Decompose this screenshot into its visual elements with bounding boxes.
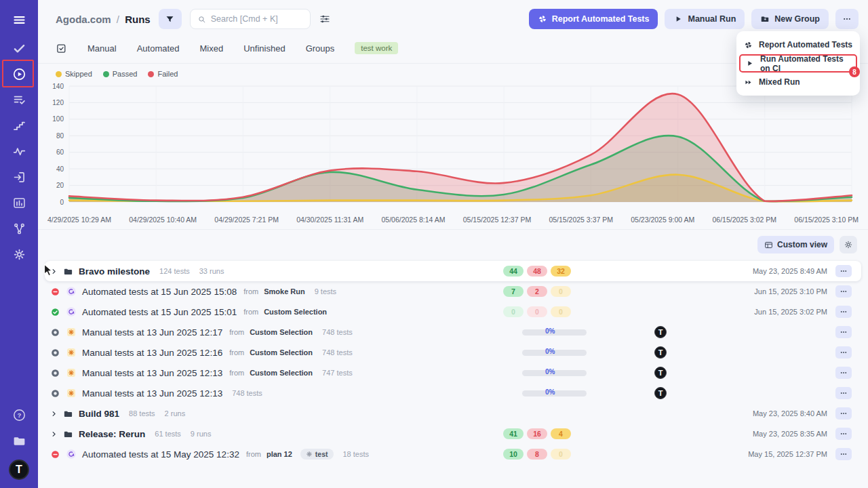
x-axis-tick-label: 06/15/2025 3:02 PM — [712, 216, 776, 224]
dots-icon — [840, 308, 848, 316]
tab-groups[interactable]: Groups — [306, 43, 335, 54]
progress-bar: 0% — [522, 350, 587, 356]
table-row-manual[interactable]: Manual tests at 13 Jun 2025 12:16fromCus… — [45, 342, 861, 363]
table-row-run[interactable]: Automated tests at 15 Jun 2025 15:08from… — [45, 281, 861, 302]
sidebar-item-import[interactable] — [0, 164, 38, 190]
svg-text:?: ? — [17, 411, 21, 419]
sidebar-item-help[interactable]: ? — [0, 408, 38, 422]
filter-tag-pill[interactable]: test work — [355, 42, 398, 54]
menu-item-label: Run Automated Tests on CI — [760, 54, 851, 73]
row-meta: 9 runs — [191, 430, 212, 438]
svg-text:20: 20 — [56, 182, 64, 189]
table-row-manual[interactable]: Manual tests at 13 Jun 2025 12:13fromCus… — [45, 363, 861, 383]
table-row-folder[interactable]: Build 98188 tests2 runsMay 23, 2025 8:40… — [45, 403, 861, 424]
funnel-icon — [165, 14, 175, 24]
legend-item-passed[interactable]: Passed — [103, 70, 138, 78]
table-settings-button[interactable] — [840, 236, 857, 253]
result-badge-yellow: 32 — [551, 266, 571, 277]
row-more-button[interactable] — [835, 387, 852, 399]
assignee-avatar[interactable]: T — [654, 346, 667, 359]
sidebar-item-check[interactable] — [0, 35, 38, 61]
sidebar-item-bar-chart[interactable] — [0, 190, 38, 216]
x-axis-tick-label: 04/29/2025 7:21 PM — [214, 216, 279, 224]
filter-button[interactable] — [159, 9, 182, 29]
menu-item-report-automated-tests[interactable]: Report Automated Tests — [736, 36, 860, 54]
assignee-avatar[interactable]: T — [654, 326, 667, 338]
row-title: Manual tests at 13 Jun 2025 12:13 — [82, 388, 222, 399]
result-badge-red: 16 — [527, 428, 547, 439]
menu-item-run-automated-tests-on-ci[interactable]: Run Automated Tests on CI — [741, 56, 856, 71]
row-more-button[interactable] — [835, 407, 852, 420]
chevron-right-icon — [50, 410, 58, 418]
dots-icon — [842, 14, 852, 24]
automated-run-icon — [66, 449, 77, 460]
row-meta: 88 tests — [129, 409, 155, 418]
from-label: from — [229, 328, 244, 336]
report-automated-tests-button[interactable]: Report Automated Tests — [529, 9, 658, 29]
search-box[interactable] — [190, 9, 311, 29]
legend-item-skipped[interactable]: Skipped — [56, 70, 92, 78]
help-icon: ? — [12, 408, 26, 422]
tab-mixed[interactable]: Mixed — [200, 43, 224, 54]
row-more-button[interactable] — [835, 326, 852, 338]
app-logo-avatar[interactable]: T — [9, 460, 29, 480]
legend-label: Failed — [157, 70, 178, 78]
chevron-right-icon — [50, 430, 58, 438]
tab-unfinished[interactable]: Unfinished — [243, 43, 285, 54]
table-row-folder[interactable]: Release: Rerun61 tests9 runs41164May 23,… — [45, 424, 861, 444]
menu-item-mixed-run[interactable]: Mixed Run — [736, 73, 860, 91]
table-row-run[interactable]: Automated tests at 15 May 2025 12:32from… — [45, 444, 861, 464]
sidebar-item-gear[interactable] — [0, 241, 38, 267]
dots-icon — [840, 430, 848, 438]
status-pending-icon — [50, 388, 60, 399]
row-date: May 23, 2025 8:40 AM — [711, 409, 835, 418]
table-row-manual[interactable]: Manual tests at 13 Jun 2025 12:13748 tes… — [45, 383, 861, 403]
sidebar-item-activity[interactable] — [0, 138, 38, 164]
row-assignee: T — [610, 326, 711, 338]
tag-pill[interactable]: test — [300, 449, 334, 460]
svg-text:140: 140 — [52, 83, 64, 90]
progress-bar: 0% — [522, 329, 587, 336]
row-date: Jun 15, 2025 3:02 PM — [711, 308, 835, 316]
manual-run-button[interactable]: Manual Run — [665, 9, 745, 29]
sidebar-item-list-check[interactable] — [0, 87, 38, 113]
select-runs-icon[interactable] — [56, 43, 67, 54]
table-row-manual[interactable]: Manual tests at 13 Jun 2025 12:17fromCus… — [45, 322, 861, 342]
row-more-button[interactable] — [835, 265, 852, 277]
breadcrumb-project[interactable]: Agoda.com — [56, 14, 111, 25]
row-more-button[interactable] — [835, 306, 852, 318]
row-date: May 23, 2025 8:35 AM — [711, 430, 835, 438]
legend-item-failed[interactable]: Failed — [148, 70, 178, 78]
row-results: 000 — [484, 306, 610, 317]
row-title: Release: Rerun — [79, 429, 145, 439]
hamburger-menu-button[interactable] — [12, 9, 26, 30]
table-row-folder[interactable]: Bravo milestone124 tests33 runs444832May… — [45, 261, 861, 281]
result-badge-yellow: 4 — [551, 428, 571, 439]
new-group-button[interactable]: New Group — [751, 9, 829, 29]
row-more-button[interactable] — [835, 346, 852, 359]
play-circle-icon — [12, 67, 26, 81]
sidebar-item-branch[interactable] — [0, 216, 38, 241]
more-actions-button[interactable] — [835, 9, 859, 29]
progress-bar: 0% — [522, 390, 587, 396]
sidebar-item-folder[interactable] — [0, 434, 38, 448]
tab-automated[interactable]: Automated — [137, 43, 180, 54]
search-input[interactable] — [211, 14, 303, 24]
sidebar-item-play-circle[interactable] — [0, 61, 38, 87]
sidebar-nav — [0, 35, 38, 267]
row-main: Build 98188 tests2 runs — [50, 409, 484, 419]
table-row-run[interactable]: Automated tests at 15 Jun 2025 15:01from… — [45, 302, 861, 322]
row-more-button[interactable] — [835, 448, 852, 460]
sidebar-item-steps[interactable] — [0, 113, 38, 138]
custom-view-button[interactable]: Custom view — [757, 236, 834, 253]
status-failed-icon — [50, 287, 60, 297]
row-more-button[interactable] — [835, 367, 852, 379]
sliders-icon-button[interactable] — [319, 13, 331, 25]
row-more-button[interactable] — [835, 285, 852, 298]
svg-text:60: 60 — [56, 148, 64, 156]
row-more-button[interactable] — [835, 428, 852, 440]
assignee-avatar[interactable]: T — [654, 387, 667, 399]
progress-label: 0% — [545, 368, 555, 375]
assignee-avatar[interactable]: T — [654, 367, 667, 379]
tab-manual[interactable]: Manual — [87, 43, 117, 54]
